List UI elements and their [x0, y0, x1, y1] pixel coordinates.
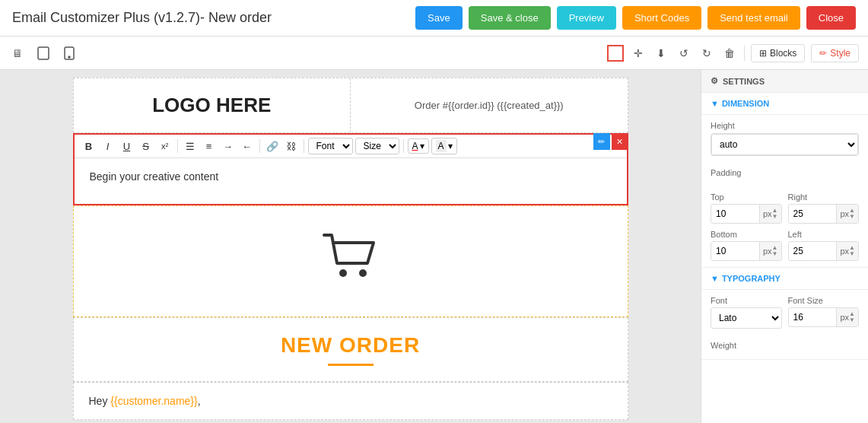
send-test-button[interactable]: Send test email: [707, 6, 800, 30]
padding-right-input-wrap: px ▲▼: [788, 204, 860, 224]
typography-label: TYPOGRAPHY: [722, 274, 781, 283]
typography-grid: Font Lato Font Size px ▲▼: [701, 290, 868, 335]
blocks-button[interactable]: ⊞ Blocks: [751, 44, 805, 62]
outdent-button[interactable]: ←: [239, 138, 256, 154]
indent-button[interactable]: →: [220, 138, 237, 154]
cart-section[interactable]: [73, 205, 628, 317]
link-button[interactable]: 🔗: [264, 138, 281, 154]
preview-button[interactable]: Preview: [557, 6, 616, 30]
toolbar-separator-4: [403, 139, 404, 153]
size-select[interactable]: Size: [355, 138, 399, 154]
italic-button[interactable]: I: [100, 138, 116, 154]
toolbar-separator-3: [304, 139, 304, 153]
logo-text: LOGO HERE: [152, 94, 271, 117]
font-size-item: Font Size px ▲▼: [788, 296, 860, 329]
redo-icon[interactable]: ↻: [698, 45, 715, 62]
font-select-panel[interactable]: Lato: [711, 307, 782, 329]
svg-point-2: [68, 56, 70, 58]
padding-right-input[interactable]: [789, 205, 837, 222]
dimension-chevron-icon: ▼: [711, 99, 719, 108]
hey-section[interactable]: Hey {{customer.name}},: [73, 382, 628, 420]
padding-top-label: Top: [711, 192, 782, 202]
editor-toolbar: B I U S x² ☰ ≡ → ← 🔗 ⛓ Font: [75, 135, 627, 158]
text-editor-block[interactable]: B I U S x² ☰ ≡ → ← 🔗 ⛓ Font: [73, 133, 628, 205]
strikethrough-button[interactable]: S: [138, 138, 154, 154]
main-area: LOGO HERE Order #{{order.id}} ({{created…: [0, 70, 868, 423]
toolbar-separator-2: [259, 139, 260, 153]
padding-left-input-wrap: px ▲▼: [788, 241, 860, 261]
ordered-list-button[interactable]: ≡: [201, 138, 218, 154]
block-edit-button[interactable]: ✏: [593, 133, 610, 150]
tablet-icon[interactable]: [35, 45, 52, 62]
new-order-section[interactable]: NEW ORDER: [73, 317, 628, 382]
svg-point-4: [359, 269, 367, 277]
close-button[interactable]: Close: [806, 6, 856, 30]
padding-left-unit: px ▲▼: [836, 242, 858, 260]
hey-text: Hey {{customer.name}},: [89, 395, 201, 407]
weight-label: Weight: [711, 341, 859, 350]
underline-button[interactable]: U: [119, 138, 135, 154]
padding-right-item: Right px ▲▼: [788, 192, 860, 224]
padding-left-item: Left px ▲▼: [788, 230, 860, 261]
order-template-text: Order #{{order.id}} ({{created_at}}): [415, 100, 564, 111]
block-delete-button[interactable]: ✕: [612, 133, 628, 150]
app-header: Email Customizer Plus (v1.2.7)- New orde…: [0, 0, 868, 37]
delete-icon[interactable]: 🗑: [721, 45, 738, 62]
padding-bottom-input[interactable]: [711, 243, 759, 259]
padding-label: Padding: [711, 168, 859, 177]
customer-name-var: {{customer.name}}: [110, 395, 197, 407]
padding-right-label: Right: [788, 192, 860, 202]
bg-color-chevron: ▾: [448, 141, 453, 151]
superscript-button[interactable]: x²: [157, 138, 173, 154]
undo-icon[interactable]: ↺: [676, 45, 692, 62]
short-codes-button[interactable]: Short Codes: [622, 6, 701, 30]
padding-top-input-wrap: px ▲▼: [711, 204, 782, 224]
font-size-spinner[interactable]: ▲▼: [849, 311, 855, 323]
font-item: Font Lato: [711, 296, 782, 329]
desktop-icon[interactable]: 🖥: [9, 45, 26, 62]
typography-section: ▼ TYPOGRAPHY Font Lato Font Size px: [701, 268, 868, 360]
typography-header[interactable]: ▼ TYPOGRAPHY: [701, 268, 868, 290]
settings-header[interactable]: ⚙ SETTINGS: [701, 70, 868, 92]
logo-cell[interactable]: LOGO HERE: [74, 78, 351, 132]
new-order-underline: [328, 364, 374, 366]
padding-left-spinner[interactable]: ▲▼: [849, 245, 855, 257]
mobile-icon[interactable]: [61, 45, 78, 62]
gear-icon: ⚙: [711, 76, 718, 86]
typography-chevron-icon: ▼: [711, 274, 719, 283]
move-icon[interactable]: ✛: [630, 45, 647, 62]
editor-content[interactable]: Begin your creative content: [75, 158, 627, 204]
height-select[interactable]: auto: [711, 134, 858, 155]
save-button[interactable]: Save: [415, 6, 463, 30]
padding-top-spinner[interactable]: ▲▼: [772, 208, 778, 220]
font-size-unit: px ▲▼: [836, 308, 858, 326]
padding-label-group: Padding: [701, 162, 868, 186]
svg-rect-0: [38, 47, 49, 59]
settings-section: ⚙ SETTINGS: [701, 70, 868, 93]
unlink-button[interactable]: ⛓: [283, 138, 300, 154]
cart-icon: [320, 229, 381, 294]
padding-bottom-spinner[interactable]: ▲▼: [772, 245, 778, 257]
selection-box-icon[interactable]: [607, 45, 624, 62]
style-button[interactable]: ✏ Style: [811, 44, 859, 62]
font-size-input[interactable]: [789, 309, 837, 326]
style-label: Style: [830, 48, 851, 59]
editor-placeholder-text: Begin your creative content: [90, 170, 219, 183]
bg-color-button[interactable]: A ▾: [431, 138, 457, 154]
padding-top-item: Top px ▲▼: [711, 192, 782, 224]
padding-left-input[interactable]: [789, 243, 837, 259]
height-label: Height: [711, 121, 859, 130]
order-info-cell[interactable]: Order #{{order.id}} ({{created_at}}): [351, 78, 628, 132]
save-close-button[interactable]: Save & close: [469, 6, 551, 30]
email-wrapper: LOGO HERE Order #{{order.id}} ({{created…: [73, 78, 628, 415]
unordered-list-button[interactable]: ☰: [182, 138, 199, 154]
font-color-a: A: [412, 141, 418, 151]
dimension-header[interactable]: ▼ DIMENSION: [701, 93, 868, 115]
font-select[interactable]: Font: [308, 138, 353, 154]
main-toolbar: 🖥 ✛ ⬇ ↺ ↻ 🗑 ⊞ Blocks ✏ Style: [0, 37, 868, 70]
font-color-button[interactable]: A ▾: [408, 138, 429, 154]
padding-right-spinner[interactable]: ▲▼: [849, 208, 855, 220]
bold-button[interactable]: B: [81, 138, 97, 154]
download-icon[interactable]: ⬇: [653, 45, 669, 62]
padding-top-input[interactable]: [711, 205, 759, 222]
